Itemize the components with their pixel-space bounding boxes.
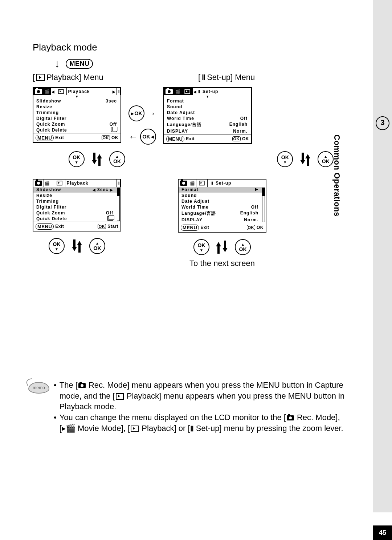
movie-icon: ▸🎬: [62, 424, 75, 433]
playback-menu-label: Playback] Menu: [46, 73, 103, 82]
page-title: Playback mode: [33, 42, 359, 53]
vertical-nav-block: OK OK: [69, 151, 125, 167]
footer-exit: Exit: [200, 225, 209, 230]
menu-badge: MENU: [36, 135, 54, 141]
page-number: 45: [373, 525, 392, 540]
up-down-arrows-icon: [300, 152, 310, 166]
vertical-nav-block: OK OK: [193, 239, 251, 255]
section-number: 3: [376, 116, 389, 130]
menu-badge: MENU: [181, 225, 199, 231]
menu-button-label: MENU: [66, 59, 93, 69]
ok-badge: OK: [247, 225, 256, 230]
up-down-arrows-icon: [72, 239, 82, 253]
tab-playback-icon: [196, 180, 208, 187]
tab-setup-icon: Ⅱ: [211, 180, 215, 187]
screen-body: Slideshow3sec Resize Trimming Digital Fi…: [33, 98, 121, 133]
arrow-left-icon: ←: [128, 131, 138, 142]
camera-icon: [287, 415, 294, 420]
highlighted-row: Format▶: [179, 187, 262, 193]
vertical-nav-block: OK OK: [277, 151, 334, 167]
tab-title: Playback: [67, 88, 112, 95]
playback-screen-1: 🎬 ◀ Playback ▶ Ⅱ ▼ Slideshow3sec Resize …: [33, 87, 121, 143]
playback-icon: [131, 426, 139, 432]
footer-ok: OK: [242, 136, 249, 141]
vertical-nav-block: OK OK: [49, 238, 105, 254]
ok-badge: OK: [102, 135, 110, 140]
scroll-up-icon: ▼: [33, 95, 121, 98]
scrollbar-icon: [262, 188, 265, 222]
tab-title: Set-up: [214, 180, 266, 187]
up-down-split-arrows-icon: [217, 240, 228, 254]
menu-badge: MENU: [166, 136, 184, 142]
playback-screen-2: 🎬 Playback Ⅱ Slideshow◀ 3sec ▶ Resize Tr…: [33, 179, 121, 231]
ok-badge: OK: [98, 224, 106, 229]
down-arrow-icon: ↓: [54, 57, 60, 69]
footer-ok: OK: [111, 135, 118, 140]
menu-badge: MENU: [36, 223, 54, 230]
scroll-up-icon: ▼: [164, 95, 251, 98]
playback-icon: [36, 74, 45, 81]
arrow-right-icon: →: [147, 108, 156, 119]
playback-icon: [116, 393, 124, 400]
tab-setup-icon: Ⅱ: [117, 180, 121, 187]
tab-title: Set-up: [201, 88, 251, 95]
footer-exit: Exit: [55, 224, 64, 229]
next-screen-label: To the next screen: [189, 259, 255, 268]
footer-exit: Exit: [186, 136, 195, 141]
tab-playback-icon: [54, 180, 65, 187]
ok-up-icon: OK: [318, 151, 334, 167]
menu-button-hint: ↓ MENU: [54, 57, 359, 70]
ok-button-icon: OK: [140, 129, 156, 145]
tab-movie-icon: 🎬: [44, 180, 51, 187]
setup-screen-2: 🎬 Ⅱ Set-up Format▶ Sound Date Adjust Wor…: [178, 179, 266, 233]
setup-icon: Ⅱ: [190, 424, 194, 432]
ok-badge: OK: [232, 136, 241, 141]
tab-camera-icon: [179, 180, 189, 187]
tab-camera-icon: [33, 88, 44, 95]
tab-setup-icon: Ⅱ: [117, 88, 121, 95]
ok-button-icon: OK: [128, 105, 144, 121]
footer-ok: OK: [257, 225, 264, 230]
tab-playback-icon: [56, 88, 67, 95]
setup-screen-1: 🎬 ◀ Ⅱ Set-up ▼ Format Sound Date Adjust …: [163, 87, 252, 144]
memo-bullet: • The [ Rec. Mode] menu appears when you…: [54, 380, 348, 412]
side-tab: 3 Common Operations: [373, 0, 392, 512]
footer-start: Start: [107, 224, 118, 229]
up-down-arrows-icon: [92, 152, 102, 166]
checkbox-icon: [107, 216, 113, 221]
memo-icon: memo: [28, 382, 49, 396]
setup-icon: Ⅱ: [202, 73, 205, 82]
checkbox-icon: [111, 128, 117, 132]
camera-icon: [78, 383, 86, 388]
tab-setup-icon: Ⅱ: [197, 88, 201, 95]
tab-arrow-left-icon: ◀: [51, 88, 56, 95]
tab-arrow-right-icon: ▶: [112, 88, 117, 95]
tab-movie-icon: 🎬: [175, 88, 182, 95]
ok-down-icon: OK: [49, 238, 65, 254]
ok-down-icon: OK: [69, 151, 85, 167]
footer-exit: Exit: [55, 135, 64, 140]
memo-section: memo • The [ Rec. Mode] menu appears whe…: [28, 380, 348, 434]
ok-down-icon: OK: [193, 239, 209, 255]
ok-down-icon: OK: [277, 151, 293, 167]
column-headers: [ Playback] Menu [Ⅱ Set-up] Menu: [33, 73, 359, 82]
tab-title: Playback: [65, 180, 117, 187]
tab-arrow-left-icon: ◀: [193, 88, 197, 95]
highlighted-row: Slideshow◀ 3sec ▶: [33, 187, 117, 193]
memo-bullet: • You can change the menu displayed on t…: [54, 412, 348, 434]
ok-up-icon: OK: [109, 151, 125, 167]
setup-menu-label: Set-up] Menu: [207, 73, 255, 82]
horizontal-nav-arrows: OK → ← OK: [128, 105, 156, 145]
ok-up-icon: OK: [89, 238, 105, 254]
ok-up-icon: OK: [235, 239, 251, 255]
tab-movie-icon: 🎬: [44, 88, 51, 95]
tab-camera-icon: [33, 180, 44, 187]
tab-movie-icon: 🎬: [189, 180, 196, 187]
scrollbar-icon: [117, 188, 120, 221]
tab-camera-icon: [164, 88, 175, 95]
tab-playback-icon: [182, 88, 193, 95]
